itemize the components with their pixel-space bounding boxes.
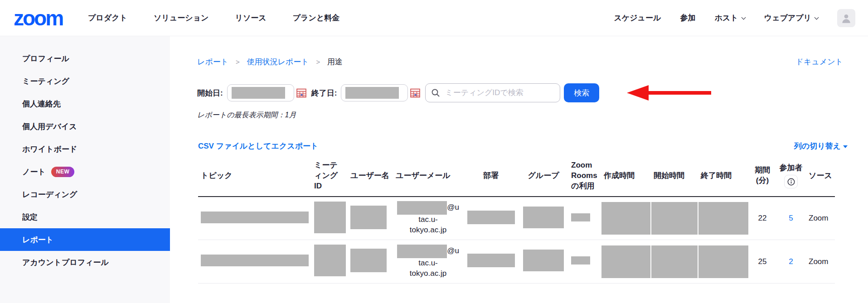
- sidebar-item-account-profile[interactable]: アカウントプロフィール: [0, 251, 170, 274]
- cell-start-time: [651, 197, 698, 240]
- sidebar-item-recordings[interactable]: レコーディング: [0, 183, 170, 206]
- arrow-line: [648, 91, 711, 95]
- caret-down-icon: [843, 145, 848, 148]
- col-user-email: ユーザーメール: [393, 156, 463, 197]
- redacted-box: [571, 213, 590, 221]
- nav-products[interactable]: プロダクト: [88, 13, 127, 23]
- sidebar-item-reports[interactable]: レポート: [0, 228, 170, 251]
- col-start-time: 開始時間: [651, 156, 698, 197]
- sidebar-item-label: ホワイトボード: [22, 144, 77, 154]
- end-date-label: 終了日:: [311, 88, 337, 98]
- avatar[interactable]: [837, 9, 855, 27]
- col-participants: 参加者: [776, 156, 806, 197]
- table-header-row: トピック ミーティング ID ユーザー名 ユーザーメール 部署 グループ Zoo…: [198, 156, 835, 197]
- person-icon: [840, 12, 852, 24]
- nav-plans-pricing[interactable]: プランと料金: [293, 13, 340, 23]
- col-zoom-rooms: Zoom Rooms の利用: [568, 156, 601, 197]
- nav-resources[interactable]: リソース: [235, 13, 267, 23]
- breadcrumb-separator: >: [236, 58, 240, 66]
- col-group: グループ: [519, 156, 568, 197]
- nav-solutions[interactable]: ソリューション: [154, 13, 209, 23]
- redacted-box: [201, 255, 309, 266]
- nav-schedule[interactable]: スケジュール: [614, 13, 661, 23]
- col-duration: 期間 (分): [749, 156, 776, 197]
- participants-count-link[interactable]: 2: [789, 257, 793, 266]
- cell-duration: 25: [749, 240, 776, 284]
- cell-participants: 5: [776, 197, 806, 240]
- redacted-box: [571, 256, 590, 265]
- sidebar: プロフィール ミーティング 個人連絡先 個人用デバイス ホワイトボード ノートN…: [0, 36, 170, 303]
- redacted-box: [651, 245, 698, 278]
- email-at-fragment: @u: [447, 246, 459, 255]
- breadcrumb-separator: >: [316, 58, 320, 66]
- nav-host[interactable]: ホスト: [714, 13, 745, 23]
- col-topic: トピック: [198, 156, 311, 197]
- chevron-down-icon: [741, 15, 746, 20]
- info-icon[interactable]: [784, 175, 798, 188]
- breadcrumb: レポート > 使用状況レポート > 用途: [197, 57, 343, 67]
- cell-zoom-rooms: [568, 197, 601, 240]
- redacted-box: [523, 207, 564, 228]
- table-toolbar: CSV ファイルとしてエクスポート 列の切り替え: [198, 141, 848, 151]
- sidebar-item-label: プロフィール: [22, 53, 69, 64]
- start-date-input[interactable]: [227, 84, 294, 101]
- cell-end-time: [698, 240, 749, 284]
- sidebar-item-label: レポート: [22, 235, 53, 245]
- redacted-box: [651, 202, 698, 235]
- cell-user-email: @u tac.u-tokyo.ac.jp: [393, 240, 463, 284]
- nav-web-app[interactable]: ウェブアプリ: [764, 13, 818, 23]
- breadcrumb-usage-reports[interactable]: 使用状況レポート: [247, 58, 309, 66]
- redacted-box: [397, 201, 447, 215]
- participants-count-link[interactable]: 5: [789, 214, 793, 222]
- meeting-id-search-input[interactable]: [444, 88, 554, 98]
- cell-group: [519, 240, 568, 284]
- end-date-input[interactable]: [341, 84, 408, 101]
- breadcrumb-current: 用途: [327, 58, 343, 66]
- search-icon: [431, 88, 440, 97]
- cell-duration: 22: [749, 197, 776, 240]
- zoom-logo[interactable]: zoom: [14, 8, 63, 29]
- sidebar-item-label: ミーティング: [22, 76, 69, 87]
- cell-source: Zoom: [806, 240, 835, 284]
- col-end-time: 終了時間: [698, 156, 749, 197]
- nav-join[interactable]: 参加: [680, 13, 695, 23]
- cell-group: [519, 197, 568, 240]
- export-csv-link[interactable]: CSV ファイルとしてエクスポート: [198, 141, 318, 151]
- redacted-box: [523, 250, 564, 271]
- redacted-box: [232, 87, 285, 99]
- sidebar-item-settings[interactable]: 設定: [0, 206, 170, 228]
- redacted-box: [314, 202, 346, 233]
- toggle-columns-link[interactable]: 列の切り替え: [794, 141, 848, 151]
- cell-start-time: [651, 240, 698, 284]
- table-row: @u tac.u-tokyo.ac.jp 22 5 Zoom: [198, 197, 835, 240]
- search-button[interactable]: 検索: [564, 83, 599, 102]
- sidebar-item-label: ノート: [22, 167, 46, 177]
- calendar-icon[interactable]: [410, 88, 420, 98]
- sidebar-item-notes[interactable]: ノートNEW: [0, 160, 170, 183]
- calendar-icon[interactable]: [296, 88, 306, 98]
- sidebar-item-meetings[interactable]: ミーティング: [0, 70, 170, 92]
- red-arrow-annotation: [627, 85, 711, 101]
- start-date-label: 開始日:: [197, 88, 223, 98]
- cell-user-name: [348, 240, 393, 284]
- sidebar-item-whiteboard[interactable]: ホワイトボード: [0, 138, 170, 160]
- primary-nav: プロダクト ソリューション リソース プランと料金: [88, 13, 339, 23]
- col-creation-time: 作成時間: [601, 156, 651, 197]
- cell-topic: [198, 197, 311, 240]
- redacted-box: [698, 202, 748, 235]
- sidebar-item-personal-devices[interactable]: 個人用デバイス: [0, 115, 170, 138]
- cell-user-name: [348, 197, 393, 240]
- documentation-link[interactable]: ドキュメント: [796, 57, 843, 67]
- top-nav: zoom プロダクト ソリューション リソース プランと料金 スケジュール 参加…: [0, 0, 868, 36]
- sidebar-item-personal-contacts[interactable]: 個人連絡先: [0, 92, 170, 115]
- toggle-columns-label: 列の切り替え: [794, 142, 841, 150]
- breadcrumb-reports[interactable]: レポート: [197, 58, 228, 66]
- cell-department: [463, 197, 519, 240]
- cell-creation-time: [601, 240, 651, 284]
- main-content: レポート > 使用状況レポート > 用途 ドキュメント 開始日:: [170, 36, 868, 303]
- sidebar-item-profile[interactable]: プロフィール: [0, 47, 170, 70]
- col-department: 部署: [463, 156, 519, 197]
- cell-meeting-id: [311, 240, 348, 284]
- sidebar-item-label: レコーディング: [22, 189, 77, 200]
- redacted-box: [467, 254, 515, 267]
